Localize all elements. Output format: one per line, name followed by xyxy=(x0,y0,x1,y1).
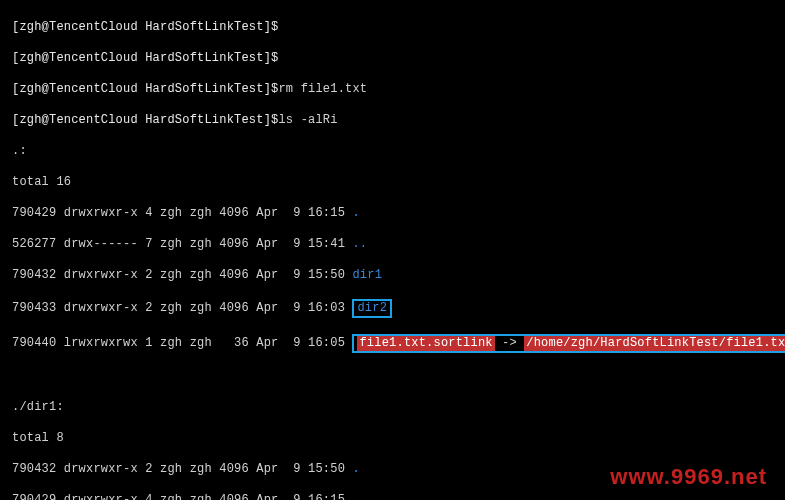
cmd-rm: rm file1.txt xyxy=(278,82,367,98)
prompt: [zgh@TencentCloud HardSoftLinkTest]$ xyxy=(12,82,278,98)
ls-dir: .. xyxy=(352,237,367,253)
ls-dir: dir2 xyxy=(357,301,387,317)
ls-total: total 8 xyxy=(12,431,64,447)
prompt: [zgh@TencentCloud HardSoftLinkTest]$ xyxy=(12,51,278,67)
ls-row: 790429 drwxrwxr-x 4 zgh zgh 4096 Apr 9 1… xyxy=(12,206,352,222)
ls-row: 526277 drwx------ 7 zgh zgh 4096 Apr 9 1… xyxy=(12,237,352,253)
terminal[interactable]: [zgh@TencentCloud HardSoftLinkTest]$ [zg… xyxy=(0,0,785,500)
ls-dir: . xyxy=(352,206,359,222)
highlight-box: file1.txt.sortlink -> /home/zgh/HardSoft… xyxy=(352,334,785,354)
ls-row: 790429 drwxrwxr-x 4 zgh zgh 4096 Apr 9 1… xyxy=(12,493,352,501)
ls-row: 790440 lrwxrwxrwx 1 zgh zgh 36 Apr 9 16:… xyxy=(12,336,352,352)
ls-dir: . xyxy=(352,462,359,478)
cmd-lsR: ls -alRi xyxy=(278,113,337,129)
ls-header: ./dir1: xyxy=(12,400,64,416)
broken-link-target: /home/zgh/HardSoftLinkTest/file1.txt xyxy=(524,336,785,352)
prompt: [zgh@TencentCloud HardSoftLinkTest]$ xyxy=(12,20,278,36)
ls-dir: .. xyxy=(352,493,367,501)
ls-total: total 16 xyxy=(12,175,71,191)
ls-row: 790432 drwxrwxr-x 2 zgh zgh 4096 Apr 9 1… xyxy=(12,462,352,478)
ls-row: 790432 drwxrwxr-x 2 zgh zgh 4096 Apr 9 1… xyxy=(12,268,352,284)
ls-header: .: xyxy=(12,144,27,160)
ls-dir: dir1 xyxy=(352,268,382,284)
ls-row: 790433 drwxrwxr-x 2 zgh zgh 4096 Apr 9 1… xyxy=(12,301,352,317)
arrow: -> xyxy=(495,336,525,352)
broken-link-name: file1.txt.sortlink xyxy=(357,336,494,352)
watermark: www.9969.net xyxy=(610,464,767,490)
highlight-box: dir2 xyxy=(352,299,392,319)
prompt: [zgh@TencentCloud HardSoftLinkTest]$ xyxy=(12,113,278,129)
